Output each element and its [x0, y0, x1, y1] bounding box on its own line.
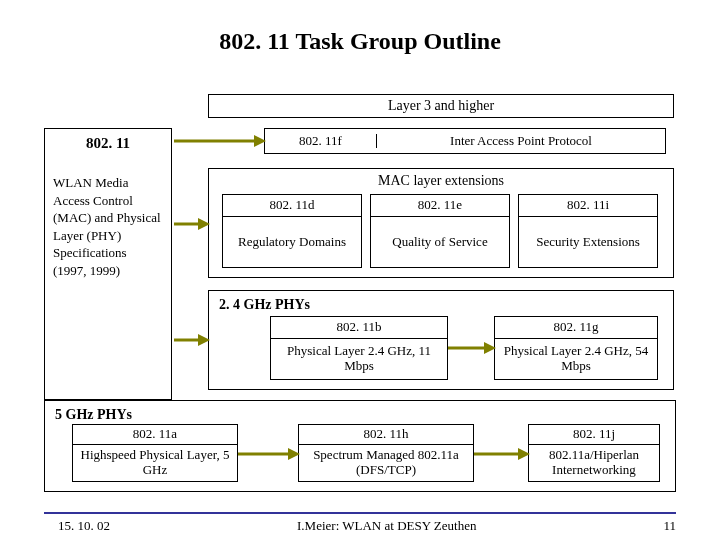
phy5-j-std: 802. 11j	[529, 425, 659, 445]
phy5-a-desc: Highspeed Physical Layer, 5 GHz	[73, 445, 237, 481]
iapp-desc: Inter Access Point Protocol	[377, 134, 665, 149]
mac-e-box: 802. 11e Quality of Service	[370, 194, 510, 268]
phy24-title: 2. 4 GHz PHYs	[219, 297, 310, 313]
phy5-h-desc: Spectrum Managed 802.11a (DFS/TCP)	[299, 445, 473, 481]
diagram-canvas: 802. 11 WLAN Media Access Control (MAC) …	[0, 0, 720, 540]
mac-d-desc: Regulatory Domains	[223, 217, 361, 267]
mac-i-desc: Security Extensions	[519, 217, 657, 267]
footer: 15. 10. 02 I.Meier: WLAN at DESY Zeuthen…	[0, 518, 720, 534]
mac-i-box: 802. 11i Security Extensions	[518, 194, 658, 268]
sidebar-80211: 802. 11 WLAN Media Access Control (MAC) …	[44, 128, 172, 400]
layer3-box: Layer 3 and higher	[208, 94, 674, 118]
iapp-box: 802. 11f Inter Access Point Protocol	[264, 128, 666, 154]
sidebar-desc: WLAN Media Access Control (MAC) and Phys…	[53, 174, 163, 279]
mac-d-std: 802. 11d	[223, 195, 361, 217]
phy24-g-std: 802. 11g	[495, 317, 657, 339]
mac-e-desc: Quality of Service	[371, 217, 509, 267]
mac-i-std: 802. 11i	[519, 195, 657, 217]
phy5-h-box: 802. 11h Spectrum Managed 802.11a (DFS/T…	[298, 424, 474, 482]
phy24-g-desc: Physical Layer 2.4 GHz, 54 Mbps	[495, 339, 657, 379]
phy24-b-std: 802. 11b	[271, 317, 447, 339]
mac-d-box: 802. 11d Regulatory Domains	[222, 194, 362, 268]
phy5-title: 5 GHz PHYs	[55, 407, 132, 423]
sidebar-standard: 802. 11	[86, 135, 130, 152]
phy5-a-std: 802. 11a	[73, 425, 237, 445]
footer-date: 15. 10. 02	[58, 518, 110, 534]
mac-e-std: 802. 11e	[371, 195, 509, 217]
phy5-j-desc: 802.11a/Hiperlan Internetworking	[529, 445, 659, 481]
iapp-std: 802. 11f	[265, 134, 377, 149]
mac-title: MAC layer extensions	[213, 173, 669, 189]
phy24-b-box: 802. 11b Physical Layer 2.4 GHz, 11 Mbps	[270, 316, 448, 380]
footer-page: 11	[663, 518, 676, 534]
phy5-j-box: 802. 11j 802.11a/Hiperlan Internetworkin…	[528, 424, 660, 482]
phy5-h-std: 802. 11h	[299, 425, 473, 445]
phy24-b-desc: Physical Layer 2.4 GHz, 11 Mbps	[271, 339, 447, 379]
phy24-g-box: 802. 11g Physical Layer 2.4 GHz, 54 Mbps	[494, 316, 658, 380]
phy5-a-box: 802. 11a Highspeed Physical Layer, 5 GHz	[72, 424, 238, 482]
footer-center: I.Meier: WLAN at DESY Zeuthen	[297, 518, 476, 534]
